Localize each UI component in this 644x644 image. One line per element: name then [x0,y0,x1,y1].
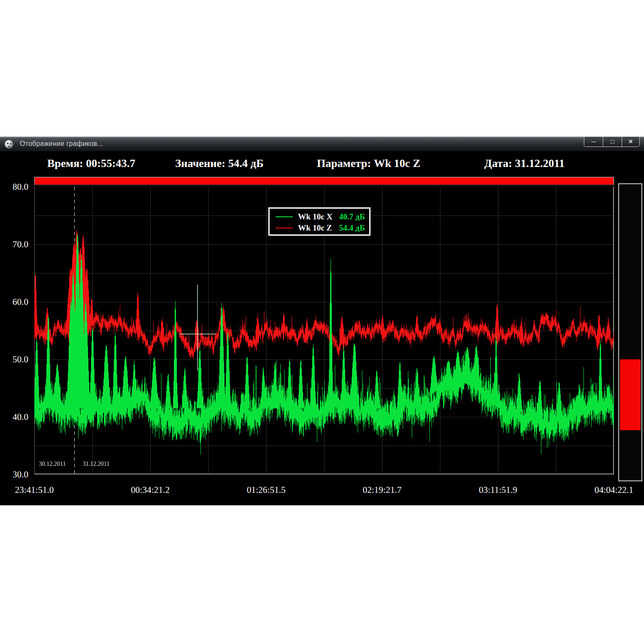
header-value-label: Значение: [175,157,225,170]
minimize-button[interactable]: ─ [584,137,603,146]
window-title: Отображение графиков... [20,140,103,148]
legend-row: Wk 10c X 40.7 дБ [270,211,369,222]
header-parameter: Параметр: Wk 10c Z [317,157,420,170]
value-scrollbar-thumb[interactable] [620,359,641,431]
header-value: Значение: 54.4 дБ [175,157,264,170]
x-axis-tick-label: 23:41:51.0 [15,485,54,495]
y-axis-tick-label: 40.0 [0,412,28,422]
legend-series-z-name: Wk 10c Z [298,223,339,233]
header-parameter-label: Параметр: [317,157,371,170]
legend-row: Wk 10c Z 54.4 дБ [270,222,369,234]
over-range-bar [34,177,614,185]
legend-series-x-value: 40.7 дБ [339,212,365,222]
x-axis-tick-label: 04:04:22.1 [595,485,633,495]
series-x-line-swatch [276,216,293,217]
x-axis-tick-label: 00:34:21.2 [131,485,170,495]
header-value-value: 54.4 дБ [228,157,264,170]
header-date: Дата: 31.12.2011 [484,157,565,170]
x-axis-tick-label: 03:11:51.9 [479,485,517,495]
header-date-value: 31.12.2011 [515,157,565,170]
header-parameter-value: Wk 10c Z [374,157,420,170]
x-axis-tick-label: 01:26:51.5 [247,485,286,495]
app-window: Отображение графиков... ─ □ × Время: 00:… [0,137,644,505]
header-time: Время: 00:55:43.7 [47,157,135,170]
y-axis-tick-label: 80.0 [0,182,28,192]
y-axis-tick-label: 50.0 [0,354,28,365]
app-icon [5,140,13,149]
y-axis-tick-label: 60.0 [0,297,28,307]
date-label-after: 31.12.2011 [83,461,109,468]
date-label-before: 30.12.2011 [39,461,66,468]
window-controls: ─ □ × [584,137,640,147]
close-button[interactable]: × [622,137,639,146]
header-time-label: Время: [47,157,83,170]
page-background: Отображение графиков... ─ □ × Время: 00:… [0,0,644,644]
value-scrollbar-track[interactable] [618,183,642,481]
header-date-label: Дата: [484,157,512,170]
y-axis-tick-label: 70.0 [0,239,28,250]
maximize-button[interactable]: □ [603,137,622,146]
x-axis-tick-label: 02:19:21.7 [363,485,401,495]
legend-series-x-name: Wk 10c X [298,212,339,222]
title-bar: Отображение графиков... ─ □ × [0,137,644,151]
legend-series-z-value: 54.4 дБ [339,223,365,233]
header-time-value: 00:55:43.7 [86,157,135,170]
chart-legend: Wk 10c X 40.7 дБ Wk 10c Z 54.4 дБ [268,207,371,236]
series-z-line-swatch [276,228,293,228]
y-axis-tick-label: 30.0 [0,469,28,480]
